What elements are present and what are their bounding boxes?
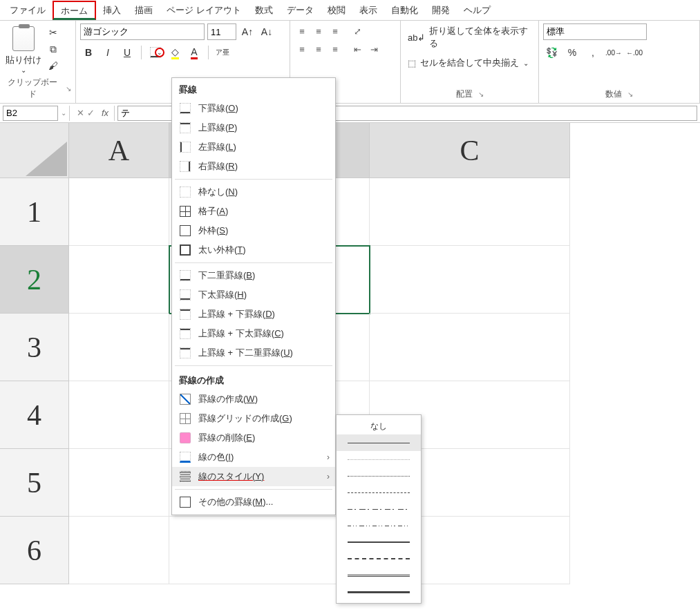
border-menu-item-none-4[interactable]: 枠なし(N) [172,182,335,202]
border-menu-item-outside-6[interactable]: 外枠(S) [172,221,335,240]
menu-developer[interactable]: 開発 [425,1,457,19]
fill-color-button[interactable]: ◇ [167,44,183,61]
line-style-dashdotdot[interactable] [337,517,421,534]
cell-c1[interactable] [370,178,570,246]
number-format-select[interactable] [543,23,647,40]
border-menu-item-top-1[interactable]: 上罫線(P) [172,118,335,137]
line-style-hair[interactable] [337,451,421,468]
align-right-icon[interactable]: ≡ [328,41,343,57]
line-style-thick[interactable] [337,584,421,600]
line-style-dotted[interactable] [337,468,421,484]
cell-a6[interactable] [69,517,169,584]
font-name-select[interactable] [80,23,205,40]
menu-formulas[interactable]: 数式 [248,1,280,19]
increase-indent-icon[interactable]: ⇥ [366,41,381,57]
phonetic-button[interactable]: ア亜 [214,44,231,61]
row-header-4[interactable]: 4 [0,381,69,449]
menu-draw[interactable]: 描画 [128,1,160,19]
border-menu-item-left-2[interactable]: 左罫線(L) [172,137,335,157]
border-menu-item-top-12[interactable]: 上罫線 + 下二重罫線(U) [172,343,335,363]
menu-file[interactable]: ファイル [3,1,53,19]
line-style-medium[interactable] [337,534,421,550]
cell-c2[interactable] [370,246,570,314]
fx-icon[interactable]: fx [102,108,108,118]
wrap-text-button[interactable]: ab↲ 折り返して全体を表示する [405,23,534,51]
column-header-a[interactable]: A [69,123,169,178]
line-style-dashed[interactable] [337,484,421,501]
align-middle-icon[interactable]: ≡ [311,23,326,39]
line-style-double[interactable] [337,567,421,584]
percent-icon[interactable]: % [564,44,580,61]
menu-home[interactable]: ホーム [53,1,96,20]
border-menu-item-style-4[interactable]: 線のスタイル(Y)› [172,467,335,486]
border-menu-item-top-11[interactable]: 上罫線 + 下太罫線(C) [172,324,335,343]
select-all-corner[interactable] [0,123,69,178]
format-painter-icon[interactable]: 🖌 [47,59,59,72]
border-menu-item-thick-7[interactable]: 太い外枠(T) [172,240,335,260]
border-menu-item-right-3[interactable]: 右罫線(R) [172,157,335,176]
italic-button[interactable]: I [100,44,116,61]
accounting-format-icon[interactable]: 💱 [543,44,560,61]
cell-a2[interactable] [69,246,169,314]
border-menu-item-grid-draw-1[interactable]: 罫線グリッドの作成(G) [172,409,335,428]
cell-a5[interactable] [69,449,169,517]
row-header-3[interactable]: 3 [0,314,69,381]
decrease-decimal-icon[interactable]: ←.00 [626,44,643,61]
borders-button[interactable]: ⌄ [147,44,164,61]
dialog-launcher-icon[interactable]: ↘ [66,85,71,93]
line-style-dashdot[interactable] [337,501,421,517]
align-center-icon[interactable]: ≡ [311,41,326,57]
menu-review[interactable]: 校閲 [321,1,352,19]
paste-button[interactable]: 貼り付け ⌄ [4,23,43,74]
border-menu-item-bottom-0[interactable]: 下罫線(O) [172,99,335,118]
row-header-2[interactable]: 2 [0,246,69,314]
name-box[interactable] [3,106,58,121]
cell-c3[interactable] [370,314,570,381]
copy-icon[interactable]: ⧉ [47,43,59,55]
border-menu-item-draw-0[interactable]: 罫線の作成(W) [172,390,335,409]
border-menu-item-erase-2[interactable]: 罫線の削除(E) [172,428,335,448]
cancel-icon[interactable]: ✕ [77,108,84,118]
border-menu-item-color-3[interactable]: 線の色(I)› [172,448,335,467]
menu-help[interactable]: ヘルプ [457,1,498,19]
row-header-5[interactable]: 5 [0,449,69,517]
cell-a1[interactable] [69,178,169,246]
dialog-launcher-icon[interactable]: ↘ [627,90,633,98]
dialog-launcher-icon[interactable]: ↘ [478,90,484,98]
menu-insert[interactable]: 挿入 [96,1,128,19]
row-header-6[interactable]: 6 [0,517,69,584]
border-menu-item-top-10[interactable]: 上罫線 + 下罫線(D) [172,305,335,324]
line-style-medium-dash[interactable] [337,550,421,567]
menu-page-layout[interactable]: ページ レイアウト [160,1,248,19]
cut-icon[interactable]: ✂ [47,26,59,39]
confirm-icon[interactable]: ✓ [87,108,95,118]
cell-a4[interactable] [69,381,169,449]
align-bottom-icon[interactable]: ≡ [328,23,343,39]
line-style-none[interactable]: なし [337,418,421,434]
underline-button[interactable]: U [119,44,135,61]
font-color-button[interactable]: A [186,44,202,61]
decrease-indent-icon[interactable]: ⇤ [350,41,365,57]
comma-icon[interactable]: , [585,44,601,61]
merge-center-button[interactable]: ⬚ セルを結合して中央揃え ⌄ [405,55,531,70]
column-header-c[interactable]: C [370,123,570,178]
menu-view[interactable]: 表示 [352,1,384,19]
chevron-down-icon[interactable]: ⌄ [61,109,66,117]
bold-button[interactable]: B [80,44,97,61]
orientation-icon[interactable]: ⤢ [350,23,365,39]
decrease-font-icon[interactable]: A↓ [258,23,275,40]
border-menu-item-more-5[interactable]: その他の罫線(M)... [172,492,335,512]
font-size-select[interactable] [207,23,236,40]
align-left-icon[interactable]: ≡ [294,41,310,57]
increase-decimal-icon[interactable]: .00→ [605,44,622,61]
border-menu-item-all-5[interactable]: 格子(A) [172,202,335,221]
line-style-solid[interactable] [337,434,421,451]
increase-font-icon[interactable]: A↑ [239,23,256,40]
menu-data[interactable]: データ [280,1,321,19]
cell-a3[interactable] [69,314,169,381]
align-top-icon[interactable]: ≡ [294,23,310,39]
menu-automate[interactable]: 自動化 [384,1,425,19]
row-header-1[interactable]: 1 [0,178,69,246]
border-menu-item-bottom-8[interactable]: 下二重罫線(B) [172,266,335,285]
border-menu-item-bottom-9[interactable]: 下太罫線(H) [172,285,335,305]
